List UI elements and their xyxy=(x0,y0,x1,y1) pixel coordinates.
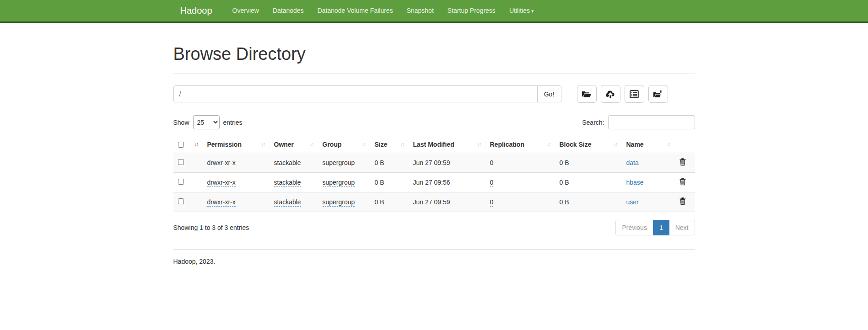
permission-value[interactable]: drwxr-xr-x xyxy=(207,179,236,187)
block-size-value: 0 B xyxy=(555,153,622,173)
show-label: Show xyxy=(173,119,189,126)
paste-into-folder-button[interactable] xyxy=(648,85,668,103)
create-directory-button[interactable] xyxy=(577,85,597,103)
group-value[interactable]: supergroup xyxy=(323,198,355,207)
column-header-size[interactable]: Size↓↑ xyxy=(370,136,409,153)
folder-open-icon xyxy=(582,90,592,98)
table-search-control: Search: xyxy=(582,115,695,129)
column-header-block-size[interactable]: Block Size↓↑ xyxy=(555,136,622,153)
replication-value[interactable]: 0 xyxy=(490,179,494,187)
directory-link[interactable]: data xyxy=(626,159,639,166)
row-select-checkbox[interactable] xyxy=(178,159,184,165)
owner-value[interactable]: stackable xyxy=(274,179,301,187)
last-modified-value: Jun 27 09:59 xyxy=(409,192,485,212)
select-all-header: ↓↑ xyxy=(173,136,203,153)
column-header-last-modified[interactable]: Last Modified↓↑ xyxy=(409,136,485,153)
page-length-control: Show 25 entries xyxy=(173,115,243,129)
footer-text: Hadoop, 2023. xyxy=(173,258,695,330)
path-bar: Go! xyxy=(173,85,695,103)
path-input-group: Go! xyxy=(173,85,561,102)
sort-icon: ↓↑ xyxy=(397,141,404,148)
pagination-previous-button[interactable]: Previous xyxy=(615,220,652,235)
sort-icon: ↓↑ xyxy=(258,141,265,148)
column-header-replication[interactable]: Replication↓↑ xyxy=(485,136,555,153)
sort-icon: ↓↑ xyxy=(610,141,617,148)
block-size-value: 0 B xyxy=(555,192,622,212)
page-title: Browse Directory xyxy=(173,44,695,64)
table-row: drwxr-xr-x stackable supergroup 0 B Jun … xyxy=(173,173,695,192)
top-navbar: Hadoop Overview Datanodes Datanode Volum… xyxy=(0,0,868,23)
column-header-name[interactable]: Name↓↑ xyxy=(622,136,675,153)
group-value[interactable]: supergroup xyxy=(323,159,355,167)
pagination: Previous 1 Next xyxy=(615,220,695,235)
list-alt-icon xyxy=(630,90,639,98)
replication-value[interactable]: 0 xyxy=(490,159,494,167)
size-value: 0 B xyxy=(370,153,409,173)
upload-file-button[interactable] xyxy=(601,85,620,103)
trash-icon xyxy=(679,200,686,207)
nav-item-snapshot[interactable]: Snapshot xyxy=(400,0,441,22)
select-all-checkbox[interactable] xyxy=(178,142,184,148)
nav-item-startup-progress[interactable]: Startup Progress xyxy=(441,0,502,22)
nav-item-utilities-dropdown[interactable]: Utilities▾ xyxy=(502,0,541,22)
file-actions-toolbar xyxy=(577,85,668,103)
replication-value[interactable]: 0 xyxy=(490,198,494,207)
table-controls: Show 25 entries Search: xyxy=(173,115,695,129)
directory-link[interactable]: hbase xyxy=(626,179,644,186)
pagination-page-1-button[interactable]: 1 xyxy=(653,220,669,235)
column-header-owner[interactable]: Owner↓↑ xyxy=(270,136,318,153)
go-button[interactable]: Go! xyxy=(538,85,561,102)
table-footer: Showing 1 to 3 of 3 entries Previous 1 N… xyxy=(173,220,695,235)
table-row: drwxr-xr-x stackable supergroup 0 B Jun … xyxy=(173,153,695,173)
nav-item-datanode-volume-failures[interactable]: Datanode Volume Failures xyxy=(311,0,400,22)
table-row: drwxr-xr-x stackable supergroup 0 B Jun … xyxy=(173,192,695,212)
permission-value[interactable]: drwxr-xr-x xyxy=(207,198,236,207)
last-modified-value: Jun 27 09:56 xyxy=(409,173,485,192)
page-length-select[interactable]: 25 xyxy=(193,115,220,129)
group-value[interactable]: supergroup xyxy=(323,179,355,187)
search-input[interactable] xyxy=(608,115,695,129)
sort-icon: ↓↑ xyxy=(543,141,550,148)
table-header-row: ↓↑ Permission↓↑ Owner↓↑ Group↓↑ Size↓↑ L… xyxy=(173,136,695,153)
owner-value[interactable]: stackable xyxy=(274,198,301,207)
size-value: 0 B xyxy=(370,192,409,212)
folder-arrow-icon xyxy=(653,90,663,98)
delete-button[interactable] xyxy=(679,158,686,167)
block-size-value: 0 B xyxy=(555,173,622,192)
actions-header xyxy=(675,136,695,153)
table-info: Showing 1 to 3 of 3 entries xyxy=(173,224,249,231)
utilities-label: Utilities xyxy=(509,7,530,14)
entries-label: entries xyxy=(223,119,243,126)
sort-icon: ↓↑ xyxy=(306,141,313,148)
nav-item-overview[interactable]: Overview xyxy=(226,0,266,22)
last-modified-value: Jun 27 09:59 xyxy=(409,153,485,173)
navbar-brand-hadoop[interactable]: Hadoop xyxy=(173,0,219,21)
search-label: Search: xyxy=(582,119,604,126)
owner-value[interactable]: stackable xyxy=(274,159,301,167)
column-header-permission[interactable]: Permission↓↑ xyxy=(203,136,270,153)
trash-icon xyxy=(679,160,686,167)
directory-path-input[interactable] xyxy=(173,85,538,102)
directory-table: ↓↑ Permission↓↑ Owner↓↑ Group↓↑ Size↓↑ L… xyxy=(173,136,695,212)
permission-value[interactable]: drwxr-xr-x xyxy=(207,159,236,167)
nav-item-datanodes[interactable]: Datanodes xyxy=(266,0,311,22)
trash-icon xyxy=(679,180,686,187)
delete-button[interactable] xyxy=(679,197,686,207)
sort-icon: ↓↑ xyxy=(358,141,366,148)
size-value: 0 B xyxy=(370,173,409,192)
pagination-next-button[interactable]: Next xyxy=(669,220,695,235)
navbar-links: Overview Datanodes Datanode Volume Failu… xyxy=(226,0,541,22)
row-select-checkbox[interactable] xyxy=(178,179,184,185)
column-header-group[interactable]: Group↓↑ xyxy=(318,136,370,153)
sort-icon: ↓↑ xyxy=(663,141,670,148)
title-divider xyxy=(173,73,695,74)
chevron-down-icon: ▾ xyxy=(531,8,534,14)
row-select-checkbox[interactable] xyxy=(178,198,184,204)
delete-button[interactable] xyxy=(679,178,686,187)
footer-divider xyxy=(173,249,695,250)
cloud-upload-icon xyxy=(605,90,615,98)
sort-icon[interactable]: ↓↑ xyxy=(191,141,198,148)
sort-icon: ↓↑ xyxy=(474,141,481,148)
cut-paste-button[interactable] xyxy=(625,85,644,103)
directory-link[interactable]: user xyxy=(626,198,639,206)
